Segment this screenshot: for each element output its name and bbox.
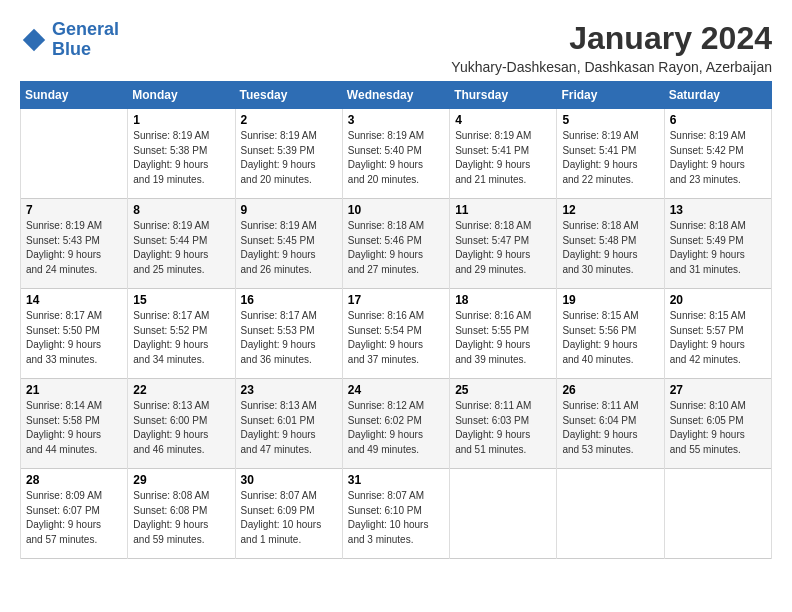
cell-w1-d3: 3Sunrise: 8:19 AM Sunset: 5:40 PM Daylig… (342, 109, 449, 199)
cell-info: Sunrise: 8:13 AM Sunset: 6:00 PM Dayligh… (133, 399, 229, 457)
cell-info: Sunrise: 8:16 AM Sunset: 5:54 PM Dayligh… (348, 309, 444, 367)
cell-w3-d6: 20Sunrise: 8:15 AM Sunset: 5:57 PM Dayli… (664, 289, 771, 379)
cell-w4-d4: 25Sunrise: 8:11 AM Sunset: 6:03 PM Dayli… (450, 379, 557, 469)
day-number: 9 (241, 203, 337, 217)
cell-w3-d4: 18Sunrise: 8:16 AM Sunset: 5:55 PM Dayli… (450, 289, 557, 379)
cell-info: Sunrise: 8:11 AM Sunset: 6:03 PM Dayligh… (455, 399, 551, 457)
cell-info: Sunrise: 8:18 AM Sunset: 5:48 PM Dayligh… (562, 219, 658, 277)
calendar-table: SundayMondayTuesdayWednesdayThursdayFrid… (20, 81, 772, 559)
cell-info: Sunrise: 8:15 AM Sunset: 5:56 PM Dayligh… (562, 309, 658, 367)
day-number: 11 (455, 203, 551, 217)
header-cell-friday: Friday (557, 82, 664, 109)
cell-info: Sunrise: 8:19 AM Sunset: 5:41 PM Dayligh… (455, 129, 551, 187)
cell-w2-d4: 11Sunrise: 8:18 AM Sunset: 5:47 PM Dayli… (450, 199, 557, 289)
cell-w1-d4: 4Sunrise: 8:19 AM Sunset: 5:41 PM Daylig… (450, 109, 557, 199)
header-row: SundayMondayTuesdayWednesdayThursdayFrid… (21, 82, 772, 109)
day-number: 16 (241, 293, 337, 307)
header-cell-monday: Monday (128, 82, 235, 109)
cell-w4-d3: 24Sunrise: 8:12 AM Sunset: 6:02 PM Dayli… (342, 379, 449, 469)
month-title: January 2024 (451, 20, 772, 57)
header-cell-tuesday: Tuesday (235, 82, 342, 109)
cell-info: Sunrise: 8:19 AM Sunset: 5:44 PM Dayligh… (133, 219, 229, 277)
logo-text: General Blue (52, 20, 119, 60)
svg-marker-0 (23, 29, 45, 51)
day-number: 25 (455, 383, 551, 397)
cell-w1-d0 (21, 109, 128, 199)
cell-info: Sunrise: 8:13 AM Sunset: 6:01 PM Dayligh… (241, 399, 337, 457)
day-number: 27 (670, 383, 766, 397)
day-number: 7 (26, 203, 122, 217)
cell-info: Sunrise: 8:16 AM Sunset: 5:55 PM Dayligh… (455, 309, 551, 367)
day-number: 26 (562, 383, 658, 397)
week-row-2: 7Sunrise: 8:19 AM Sunset: 5:43 PM Daylig… (21, 199, 772, 289)
day-number: 10 (348, 203, 444, 217)
day-number: 1 (133, 113, 229, 127)
cell-info: Sunrise: 8:19 AM Sunset: 5:40 PM Dayligh… (348, 129, 444, 187)
logo-icon (20, 26, 48, 54)
cell-w4-d0: 21Sunrise: 8:14 AM Sunset: 5:58 PM Dayli… (21, 379, 128, 469)
day-number: 14 (26, 293, 122, 307)
day-number: 6 (670, 113, 766, 127)
cell-w5-d3: 31Sunrise: 8:07 AM Sunset: 6:10 PM Dayli… (342, 469, 449, 559)
cell-w4-d6: 27Sunrise: 8:10 AM Sunset: 6:05 PM Dayli… (664, 379, 771, 469)
day-number: 24 (348, 383, 444, 397)
cell-info: Sunrise: 8:18 AM Sunset: 5:47 PM Dayligh… (455, 219, 551, 277)
day-number: 2 (241, 113, 337, 127)
header-cell-thursday: Thursday (450, 82, 557, 109)
cell-w5-d0: 28Sunrise: 8:09 AM Sunset: 6:07 PM Dayli… (21, 469, 128, 559)
day-number: 23 (241, 383, 337, 397)
cell-w3-d5: 19Sunrise: 8:15 AM Sunset: 5:56 PM Dayli… (557, 289, 664, 379)
cell-w5-d5 (557, 469, 664, 559)
day-number: 31 (348, 473, 444, 487)
cell-w3-d3: 17Sunrise: 8:16 AM Sunset: 5:54 PM Dayli… (342, 289, 449, 379)
week-row-4: 21Sunrise: 8:14 AM Sunset: 5:58 PM Dayli… (21, 379, 772, 469)
day-number: 22 (133, 383, 229, 397)
day-number: 8 (133, 203, 229, 217)
day-number: 17 (348, 293, 444, 307)
cell-info: Sunrise: 8:19 AM Sunset: 5:41 PM Dayligh… (562, 129, 658, 187)
page-header: General Blue January 2024 Yukhary-Dashke… (20, 20, 772, 75)
cell-info: Sunrise: 8:09 AM Sunset: 6:07 PM Dayligh… (26, 489, 122, 547)
cell-info: Sunrise: 8:08 AM Sunset: 6:08 PM Dayligh… (133, 489, 229, 547)
day-number: 4 (455, 113, 551, 127)
day-number: 28 (26, 473, 122, 487)
day-number: 30 (241, 473, 337, 487)
cell-info: Sunrise: 8:18 AM Sunset: 5:46 PM Dayligh… (348, 219, 444, 277)
cell-w1-d5: 5Sunrise: 8:19 AM Sunset: 5:41 PM Daylig… (557, 109, 664, 199)
cell-w3-d1: 15Sunrise: 8:17 AM Sunset: 5:52 PM Dayli… (128, 289, 235, 379)
cell-w1-d6: 6Sunrise: 8:19 AM Sunset: 5:42 PM Daylig… (664, 109, 771, 199)
cell-info: Sunrise: 8:15 AM Sunset: 5:57 PM Dayligh… (670, 309, 766, 367)
cell-w3-d0: 14Sunrise: 8:17 AM Sunset: 5:50 PM Dayli… (21, 289, 128, 379)
cell-w5-d4 (450, 469, 557, 559)
week-row-5: 28Sunrise: 8:09 AM Sunset: 6:07 PM Dayli… (21, 469, 772, 559)
logo: General Blue (20, 20, 119, 60)
day-number: 29 (133, 473, 229, 487)
cell-info: Sunrise: 8:19 AM Sunset: 5:38 PM Dayligh… (133, 129, 229, 187)
header-cell-saturday: Saturday (664, 82, 771, 109)
cell-info: Sunrise: 8:19 AM Sunset: 5:45 PM Dayligh… (241, 219, 337, 277)
day-number: 12 (562, 203, 658, 217)
cell-w1-d1: 1Sunrise: 8:19 AM Sunset: 5:38 PM Daylig… (128, 109, 235, 199)
location-subtitle: Yukhary-Dashkesan, Dashkasan Rayon, Azer… (451, 59, 772, 75)
cell-info: Sunrise: 8:07 AM Sunset: 6:09 PM Dayligh… (241, 489, 337, 547)
cell-info: Sunrise: 8:17 AM Sunset: 5:52 PM Dayligh… (133, 309, 229, 367)
cell-w2-d6: 13Sunrise: 8:18 AM Sunset: 5:49 PM Dayli… (664, 199, 771, 289)
day-number: 3 (348, 113, 444, 127)
day-number: 18 (455, 293, 551, 307)
cell-w2-d0: 7Sunrise: 8:19 AM Sunset: 5:43 PM Daylig… (21, 199, 128, 289)
cell-w2-d3: 10Sunrise: 8:18 AM Sunset: 5:46 PM Dayli… (342, 199, 449, 289)
day-number: 19 (562, 293, 658, 307)
cell-w2-d2: 9Sunrise: 8:19 AM Sunset: 5:45 PM Daylig… (235, 199, 342, 289)
week-row-3: 14Sunrise: 8:17 AM Sunset: 5:50 PM Dayli… (21, 289, 772, 379)
header-cell-sunday: Sunday (21, 82, 128, 109)
day-number: 15 (133, 293, 229, 307)
cell-w5-d2: 30Sunrise: 8:07 AM Sunset: 6:09 PM Dayli… (235, 469, 342, 559)
week-row-1: 1Sunrise: 8:19 AM Sunset: 5:38 PM Daylig… (21, 109, 772, 199)
title-area: January 2024 Yukhary-Dashkesan, Dashkasa… (451, 20, 772, 75)
cell-w3-d2: 16Sunrise: 8:17 AM Sunset: 5:53 PM Dayli… (235, 289, 342, 379)
cell-w1-d2: 2Sunrise: 8:19 AM Sunset: 5:39 PM Daylig… (235, 109, 342, 199)
cell-info: Sunrise: 8:19 AM Sunset: 5:39 PM Dayligh… (241, 129, 337, 187)
day-number: 13 (670, 203, 766, 217)
cell-info: Sunrise: 8:10 AM Sunset: 6:05 PM Dayligh… (670, 399, 766, 457)
day-number: 20 (670, 293, 766, 307)
